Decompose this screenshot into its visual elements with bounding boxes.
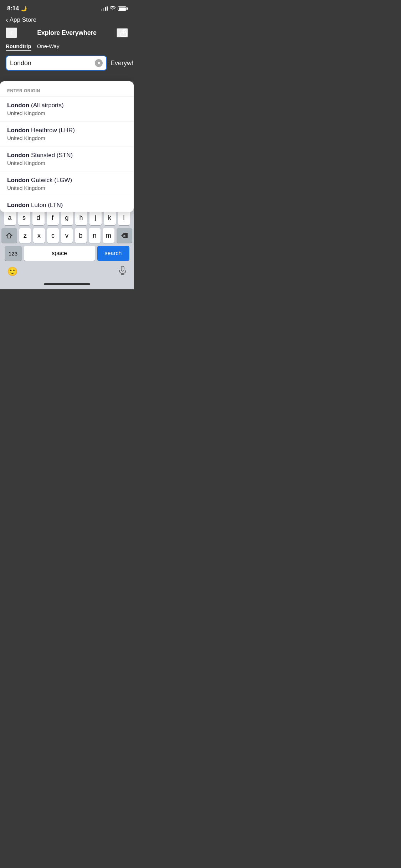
share-button[interactable] bbox=[117, 28, 128, 37]
destination-label: Everywhere bbox=[110, 60, 134, 67]
key-v[interactable]: v bbox=[61, 228, 73, 243]
airport-rest-1: (All airports) bbox=[29, 102, 63, 109]
autocomplete-dropdown: ENTER ORIGIN London (All airports) Unite… bbox=[0, 81, 134, 212]
key-x[interactable]: x bbox=[33, 228, 45, 243]
airport-bold-4: London bbox=[7, 177, 29, 184]
origin-input[interactable] bbox=[10, 60, 93, 67]
airport-bold-2: London bbox=[7, 127, 29, 134]
keyboard-row-2: a s d f g h j k l bbox=[1, 210, 132, 225]
list-item[interactable]: London Gatwick (LGW) United Kingdom bbox=[0, 171, 134, 196]
tab-roundtrip[interactable]: Roundtrip bbox=[6, 43, 31, 51]
airport-rest-2: Heathrow (LHR) bbox=[29, 127, 75, 134]
airport-country-2: United Kingdom bbox=[7, 135, 127, 141]
moon-icon: 🌙 bbox=[21, 6, 27, 11]
airport-name-5: London Luton (LTN) bbox=[7, 201, 127, 209]
origin-input-wrapper[interactable]: ✕ bbox=[6, 56, 107, 71]
key-c[interactable]: c bbox=[47, 228, 59, 243]
microphone-key[interactable] bbox=[119, 266, 127, 277]
shift-key[interactable] bbox=[1, 228, 17, 243]
airport-country-4: United Kingdom bbox=[7, 185, 127, 191]
airport-name-4: London Gatwick (LGW) bbox=[7, 176, 127, 184]
signal-icon bbox=[101, 6, 108, 11]
search-row: ✕ Everywhere bbox=[0, 54, 134, 71]
key-z[interactable]: z bbox=[19, 228, 31, 243]
list-item[interactable]: London Luton (LTN) bbox=[0, 196, 134, 212]
nav-back-button[interactable]: ‹ bbox=[6, 27, 17, 38]
app-store-back-button[interactable]: ‹ App Store bbox=[6, 16, 36, 24]
app-store-back-row: ‹ App Store bbox=[0, 14, 134, 25]
space-key[interactable]: space bbox=[24, 246, 95, 261]
list-item[interactable]: London Heathrow (LHR) United Kingdom bbox=[0, 121, 134, 146]
status-icons bbox=[101, 6, 127, 11]
key-n[interactable]: n bbox=[89, 228, 101, 243]
keyboard-row-4: 123 space search bbox=[1, 246, 132, 261]
key-k[interactable]: k bbox=[104, 210, 116, 225]
keyboard-row-3: z x c v b n m bbox=[1, 228, 132, 243]
list-item[interactable]: London (All airports) United Kingdom bbox=[0, 96, 134, 121]
airport-country-3: United Kingdom bbox=[7, 160, 127, 166]
list-item[interactable]: London Stansted (STN) United Kingdom bbox=[0, 146, 134, 171]
key-b[interactable]: b bbox=[75, 228, 87, 243]
key-l[interactable]: l bbox=[118, 210, 130, 225]
airport-country-1: United Kingdom bbox=[7, 110, 127, 116]
airport-name-1: London (All airports) bbox=[7, 102, 127, 109]
airport-bold-3: London bbox=[7, 152, 29, 159]
nav-bar: ‹ Explore Everywhere bbox=[0, 25, 134, 41]
home-indicator bbox=[1, 279, 132, 289]
key-s[interactable]: s bbox=[18, 210, 30, 225]
key-d[interactable]: d bbox=[32, 210, 45, 225]
airport-bold-5: London bbox=[7, 202, 29, 208]
clear-icon: ✕ bbox=[97, 61, 101, 66]
delete-key[interactable] bbox=[117, 228, 132, 243]
key-h[interactable]: h bbox=[75, 210, 87, 225]
trip-type-tabs: Roundtrip One-Way bbox=[0, 41, 134, 54]
key-m[interactable]: m bbox=[103, 228, 114, 243]
key-f[interactable]: f bbox=[47, 210, 59, 225]
airport-name-2: London Heathrow (LHR) bbox=[7, 126, 127, 134]
numeric-key[interactable]: 123 bbox=[5, 246, 22, 261]
airport-bold-1: London bbox=[7, 102, 29, 109]
status-time: 8:14 bbox=[7, 5, 19, 12]
airport-rest-3: Stansted (STN) bbox=[29, 152, 73, 159]
status-bar: 8:14 🌙 bbox=[0, 0, 134, 14]
page-title: Explore Everywhere bbox=[37, 29, 97, 37]
search-key[interactable]: search bbox=[97, 246, 129, 261]
wifi-icon bbox=[110, 6, 115, 11]
dropdown-caret bbox=[36, 81, 43, 82]
key-a[interactable]: a bbox=[4, 210, 16, 225]
key-g[interactable]: g bbox=[61, 210, 73, 225]
app-store-label: App Store bbox=[10, 16, 37, 24]
airport-rest-4: Gatwick (LGW) bbox=[29, 177, 72, 184]
keyboard-accessory-row: 🙂 bbox=[1, 264, 132, 279]
tab-one-way[interactable]: One-Way bbox=[37, 43, 60, 51]
airport-rest-5: Luton (LTN) bbox=[29, 202, 63, 208]
clear-button[interactable]: ✕ bbox=[95, 59, 103, 67]
dropdown-header: ENTER ORIGIN bbox=[0, 81, 134, 96]
battery-icon bbox=[118, 6, 127, 11]
back-chevron-icon: ‹ bbox=[6, 16, 8, 24]
airport-name-3: London Stansted (STN) bbox=[7, 151, 127, 159]
svg-rect-2 bbox=[121, 266, 124, 271]
home-bar bbox=[44, 283, 90, 285]
key-j[interactable]: j bbox=[89, 210, 102, 225]
emoji-key[interactable]: 🙂 bbox=[7, 267, 18, 277]
